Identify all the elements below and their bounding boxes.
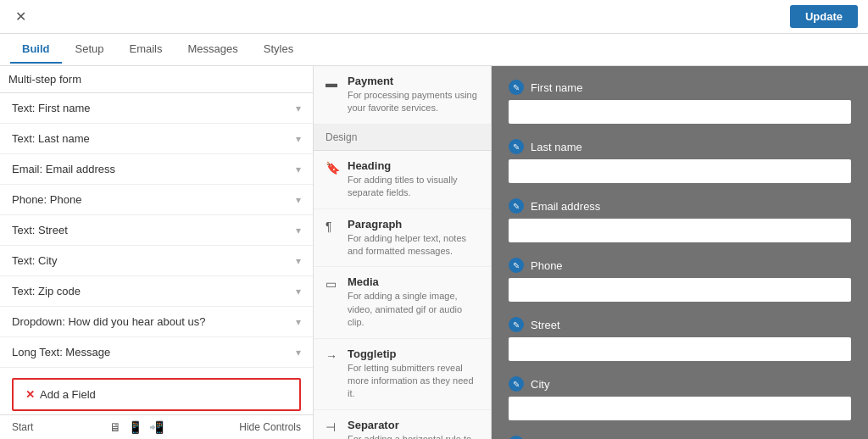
desktop-icon[interactable]: 🖥 [109, 420, 121, 434]
list-item[interactable]: Phone: Phone ▾ [0, 185, 313, 215]
preview-field-phone: ✎ Phone [509, 258, 851, 302]
panel-item-heading[interactable]: 🔖 Heading For adding titles to visually … [314, 151, 491, 209]
list-item[interactable]: Text: First name ▾ [0, 93, 313, 124]
chevron-down-icon: ▾ [296, 194, 301, 206]
panel-item-toggletip[interactable]: → Toggletip For letting submitters revea… [314, 339, 491, 410]
panel-item-desc: For adding a single image, video, animat… [348, 290, 479, 329]
tab-messages[interactable]: Messages [176, 36, 250, 64]
preview-input-city[interactable] [509, 397, 851, 420]
panel-item-desc: For letting submitters reveal more infor… [348, 362, 479, 401]
chevron-down-icon: ▾ [296, 316, 301, 328]
tab-build[interactable]: Build [10, 36, 62, 64]
preview-label-text: Last name [531, 141, 582, 153]
preview-input-email[interactable] [509, 219, 851, 242]
chevron-down-icon: ▾ [296, 103, 301, 114]
media-icon: ▭ [326, 277, 339, 291]
toggletip-icon: → [326, 349, 339, 363]
edit-icon: ✎ [509, 80, 524, 95]
preview-label-text: First name [531, 81, 582, 94]
preview-field-street: ✎ Street [509, 317, 851, 361]
edit-icon: ✎ [509, 258, 524, 273]
panel-item-name: Separator [348, 419, 479, 431]
panel-item-separator[interactable]: ⊣ Separator For adding a horizontal rule… [314, 410, 491, 439]
field-label: Text: First name [12, 102, 90, 114]
chevron-down-icon: ▾ [296, 164, 301, 175]
right-panel: ✎ First name ✎ Last name ✎ Email address… [492, 66, 868, 439]
preview-field-zipcode: ✎ Zip code [509, 436, 851, 439]
chevron-down-icon: ▾ [296, 133, 301, 145]
tablet-icon[interactable]: 📱 [128, 420, 142, 434]
preview-field-email: ✎ Email address [509, 198, 851, 242]
panel-item-name: Toggletip [348, 347, 479, 360]
add-field-label: Add a Field [40, 388, 96, 401]
separator-icon: ⊣ [326, 420, 339, 434]
list-item[interactable]: Text: Last name ▾ [0, 124, 313, 154]
mobile-icon[interactable]: 📲 [149, 420, 164, 434]
field-label: Phone: Phone [12, 193, 81, 206]
add-icon: ✕ [25, 388, 35, 401]
list-item[interactable]: Long Text: Message ▾ [0, 337, 313, 368]
preview-label-text: Email address [531, 200, 600, 213]
field-list: Text: First name ▾ Text: Last name ▾ Ema… [0, 93, 313, 375]
edit-icon: ✎ [509, 376, 524, 392]
hide-controls-button[interactable]: Hide Controls [239, 421, 301, 433]
preview-field-firstname: ✎ First name [509, 80, 851, 124]
preview-input-street[interactable] [509, 337, 851, 361]
chevron-down-icon: ▾ [296, 347, 301, 358]
preview-input-firstname[interactable] [509, 100, 851, 124]
form-name-input[interactable] [0, 66, 313, 93]
preview-field-lastname: ✎ Last name [509, 139, 851, 183]
field-label: Text: Zip code [12, 285, 81, 297]
payment-icon: ▬ [326, 76, 339, 90]
field-label: Text: City [12, 254, 57, 267]
list-item[interactable]: Dropdown: How did you hear about us? ▾ [0, 307, 313, 337]
panel-item-payment[interactable]: ▬ Payment For processing payments using … [314, 66, 491, 125]
edit-icon: ✎ [509, 317, 524, 332]
preview-label-text: Phone [531, 259, 563, 272]
close-button[interactable]: ✕ [10, 7, 31, 27]
edit-icon: ✎ [509, 139, 524, 154]
chevron-down-icon: ▾ [296, 286, 301, 297]
field-label: Email: Email address [12, 163, 115, 175]
start-label: Start [12, 421, 33, 433]
field-label: Text: Street [12, 224, 68, 236]
chevron-down-icon: ▾ [296, 255, 301, 267]
design-section-title: Design [314, 125, 491, 151]
panel-item-desc: For processing payments using your favor… [348, 89, 479, 115]
panel-item-paragraph[interactable]: ¶ Paragraph For adding helper text, note… [314, 209, 491, 268]
bottom-icons: 🖥 📱 📲 [109, 420, 164, 434]
panel-item-name: Heading [348, 159, 479, 172]
chevron-down-icon: ▾ [296, 225, 301, 236]
list-item[interactable]: Text: Street ▾ [0, 215, 313, 246]
field-label: Long Text: Message [12, 346, 110, 358]
top-bar: ✕ Update [0, 0, 868, 34]
preview-label-text: Street [531, 319, 560, 331]
panel-item-desc: For adding a horizontal rule to visually… [348, 433, 479, 439]
list-item[interactable]: Email: Email address ▾ [0, 154, 313, 185]
tab-emails[interactable]: Emails [117, 36, 174, 64]
tabs-bar: Build Setup Emails Messages Styles [0, 34, 868, 66]
preview-input-lastname[interactable] [509, 159, 851, 183]
heading-icon: 🔖 [326, 161, 339, 175]
panel-item-name: Paragraph [348, 218, 479, 231]
add-field-button[interactable]: ✕ Add a Field [12, 378, 301, 411]
field-label: Text: Last name [12, 132, 90, 145]
edit-icon: ✎ [509, 436, 524, 439]
list-item[interactable]: Text: City ▾ [0, 246, 313, 276]
panel-item-media[interactable]: ▭ Media For adding a single image, video… [314, 267, 491, 338]
field-label: Dropdown: How did you hear about us? [12, 315, 205, 328]
preview-input-phone[interactable] [509, 278, 851, 302]
update-button[interactable]: Update [790, 5, 858, 28]
tab-styles[interactable]: Styles [252, 36, 305, 64]
preview-field-city: ✎ City [509, 376, 851, 420]
panel-item-desc: For adding titles to visually separate f… [348, 174, 479, 200]
preview-label-text: City [531, 378, 549, 391]
tab-setup[interactable]: Setup [64, 36, 116, 64]
panel-item-desc: For adding helper text, notes and format… [348, 232, 479, 258]
main-layout: Text: First name ▾ Text: Last name ▾ Ema… [0, 66, 868, 439]
list-item[interactable]: Text: Zip code ▾ [0, 276, 313, 307]
bottom-bar: Start 🖥 📱 📲 Hide Controls [0, 414, 313, 439]
edit-icon: ✎ [509, 198, 524, 214]
middle-panel: ▬ Payment For processing payments using … [314, 66, 492, 439]
paragraph-icon: ¶ [326, 220, 339, 233]
